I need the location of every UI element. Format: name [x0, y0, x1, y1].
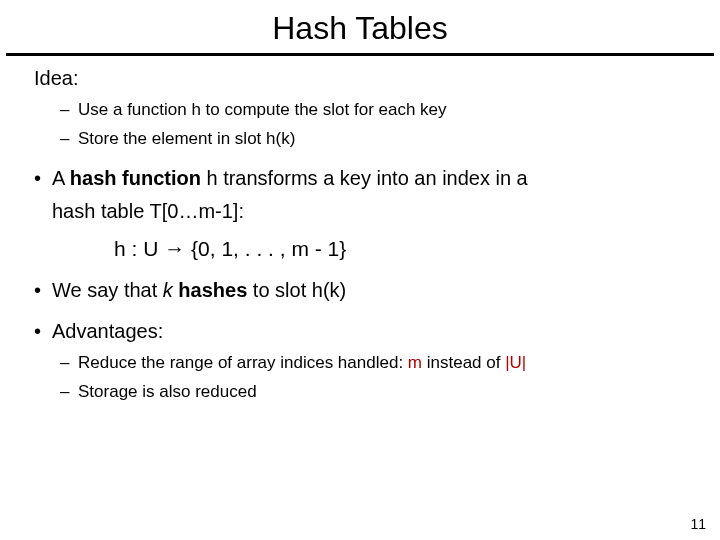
- var-m: m: [408, 353, 422, 372]
- dash-icon: –: [60, 352, 78, 373]
- text: Use a function: [78, 100, 191, 119]
- bullet-icon: •: [34, 278, 52, 303]
- bullet-hashes-to: •We say that k hashes to slot h(k): [34, 278, 686, 303]
- sub-bullet-1: –Use a function h to compute the slot fo…: [60, 99, 686, 120]
- text: instead of: [422, 353, 505, 372]
- adv-sub-2: –Storage is also reduced: [60, 381, 686, 402]
- idea-heading: Idea:: [34, 66, 686, 91]
- dash-icon: –: [60, 128, 78, 149]
- sub-bullet-2: –Store the element in slot h(k): [60, 128, 686, 149]
- text: We say that: [52, 279, 163, 301]
- title-rule: [6, 53, 714, 56]
- code-hk: h(k): [312, 279, 346, 301]
- dash-icon: –: [60, 99, 78, 120]
- slide-title: Hash Tables: [0, 0, 720, 53]
- text: A: [52, 167, 70, 189]
- bullet-advantages: •Advantages:: [34, 319, 686, 344]
- var-k: k: [163, 279, 173, 301]
- text: Store the element in slot: [78, 129, 266, 148]
- bullet-hash-function-cont: hash table T[0…m-1]:: [52, 199, 686, 224]
- bold-hashes: hashes: [178, 279, 247, 301]
- slide: Hash Tables Idea: –Use a function h to c…: [0, 0, 720, 540]
- text: hash table: [52, 200, 150, 222]
- text: Storage is also reduced: [78, 382, 257, 401]
- code-h: h: [191, 100, 200, 119]
- bold-hash-function: hash function: [70, 167, 201, 189]
- adv-sub-1: –Reduce the range of array indices handl…: [60, 352, 686, 373]
- hash-formula: h : U → {0, 1, . . . , m - 1}: [114, 236, 686, 262]
- slide-body: Idea: –Use a function h to compute the s…: [0, 66, 720, 402]
- code-hk: h(k): [266, 129, 295, 148]
- dash-icon: –: [60, 381, 78, 402]
- text: to compute the slot for each key: [201, 100, 447, 119]
- text: Advantages:: [52, 320, 163, 342]
- var-u: |U|: [505, 353, 526, 372]
- text: h transforms a key into an index in a: [201, 167, 528, 189]
- text: Reduce the range of array indices handle…: [78, 353, 408, 372]
- code-t: T[0…m-1]:: [150, 200, 244, 222]
- bullet-icon: •: [34, 166, 52, 191]
- bullet-icon: •: [34, 319, 52, 344]
- bullet-hash-function: •A hash function h transforms a key into…: [34, 166, 686, 191]
- page-number: 11: [690, 516, 706, 532]
- text: to slot: [247, 279, 311, 301]
